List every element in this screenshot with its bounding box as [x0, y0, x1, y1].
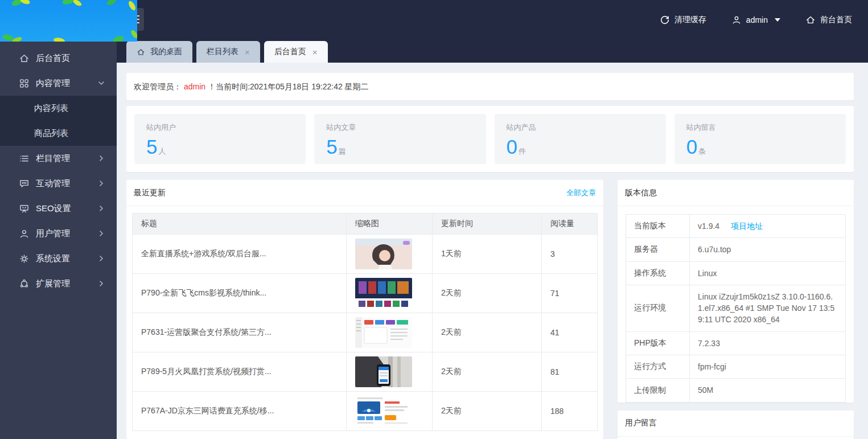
shop-page-thumb — [355, 396, 412, 426]
tab-label: 后台首页 — [274, 47, 306, 57]
portrait-photo-thumb — [355, 239, 412, 269]
stat-card-4: 站内留言0条 — [674, 114, 846, 164]
stat-unit: 人 — [158, 147, 166, 155]
article-title[interactable]: P767A-JD京东三网话费直充系统/移... — [133, 392, 347, 431]
view-count: 41 — [541, 313, 597, 352]
version-row: 运行方式fpm-fcgi — [626, 355, 846, 379]
view-count: 81 — [541, 352, 597, 392]
sidebar-item-label: 内容管理 — [36, 78, 70, 89]
sidebar-subitem-1[interactable]: 内容列表 — [0, 96, 117, 121]
view-count: 71 — [541, 274, 597, 313]
stat-label: 站内用户 — [146, 122, 294, 133]
table-row: P7631-运营版聚合支付系统/第三方...2天前41 — [133, 313, 598, 352]
column-header: 更新时间 — [432, 214, 541, 235]
stat-card-3: 站内产品0件 — [495, 114, 666, 164]
version-row: 当前版本v1.9.4项目地址 — [626, 215, 846, 238]
version-value: 7.2.33 — [698, 339, 720, 348]
recent-updates-table: 标题缩略图更新时间阅读量 全新直播系统+游戏系统/双后台服...1天前3P790… — [132, 213, 598, 431]
user-icon — [19, 228, 30, 239]
movie-site-thumb — [355, 278, 412, 309]
version-value: v1.9.4 — [698, 221, 719, 231]
recent-updates-panel: 最近更新 全部文章 标题缩略图更新时间阅读量 全新直播系统+游戏系统/双后台服.… — [126, 180, 603, 439]
version-row: 操作系统Linux — [626, 261, 846, 285]
close-icon[interactable]: × — [312, 48, 318, 56]
app-logo — [0, 0, 137, 42]
sidebar-item-5[interactable]: SEO设置 — [0, 196, 117, 221]
sidebar-item-8[interactable]: 扩展管理 — [0, 271, 117, 296]
update-time: 2天前 — [432, 313, 541, 352]
table-row: 全新直播系统+游戏系统/双后台服...1天前3 — [133, 235, 598, 274]
article-title[interactable]: P790-全新飞飞cms影视系统/think... — [133, 274, 347, 313]
chevron-down-icon — [775, 18, 780, 22]
article-title[interactable]: 全新直播系统+游戏系统/双后台服... — [133, 235, 347, 274]
sidebar-item-3[interactable]: 栏目管理 — [0, 146, 117, 171]
main-content: 欢迎管理员：admin！当前时间:2021年05月18日 19:22:42 星期… — [117, 63, 868, 439]
front-home-label: 前台首页 — [820, 15, 852, 25]
tab-label: 栏目列表 — [207, 47, 238, 57]
stat-value: 0件 — [507, 136, 654, 158]
stat-card-2: 站内文章5篇 — [314, 114, 486, 164]
sidebar-item-4[interactable]: 互动管理 — [0, 171, 117, 196]
welcome-prefix: 欢迎管理员： — [134, 82, 182, 91]
sidebar-item-label: 互动管理 — [36, 178, 70, 189]
stat-card-1: 站内用户5人 — [134, 114, 306, 164]
tab-2[interactable]: 栏目列表× — [196, 41, 260, 63]
user-messages-title: 用户留言 — [625, 418, 657, 428]
version-value: 6.u7u.top — [698, 245, 731, 254]
sidebar-item-7[interactable]: 系统设置 — [0, 246, 117, 271]
stat-label: 站内留言 — [686, 122, 834, 133]
version-row: 上传限制50M — [626, 379, 846, 402]
stat-unit: 篇 — [339, 147, 346, 155]
admin-user-menu[interactable]: admin — [731, 15, 780, 25]
topbar-actions: 清理缓存 admin 前台首页 — [660, 0, 852, 40]
project-url-link[interactable]: 项目地址 — [731, 221, 763, 231]
sidebar-subitem-2[interactable]: 商品列表 — [0, 121, 117, 146]
phone-photo-thumb — [355, 356, 412, 387]
article-title[interactable]: P7631-运营版聚合支付系统/第三方... — [133, 313, 347, 352]
clear-cache-button[interactable]: 清理缓存 — [660, 15, 706, 25]
sidebar: 后台首页内容管理内容列表商品列表栏目管理互动管理SEO设置用户管理系统设置扩展管… — [0, 0, 117, 439]
view-count: 188 — [541, 392, 597, 431]
chevron-right-icon — [97, 179, 105, 187]
stat-value: 5人 — [146, 136, 294, 158]
sidebar-item-2[interactable]: 内容管理 — [0, 71, 117, 96]
welcome-username: admin — [184, 82, 205, 91]
update-time: 2天前 — [432, 392, 541, 431]
version-label: 服务器 — [626, 238, 690, 261]
welcome-banner: 欢迎管理员：admin！当前时间:2021年05月18日 19:22:42 星期… — [126, 73, 854, 100]
close-icon[interactable]: × — [245, 48, 250, 56]
version-value: Linux — [698, 269, 717, 278]
chevron-right-icon — [97, 204, 105, 212]
stat-value: 0条 — [686, 136, 834, 158]
front-home-button[interactable]: 前台首页 — [805, 15, 852, 25]
chevron-right-icon — [97, 229, 105, 237]
chevron-down-icon — [97, 79, 105, 87]
sidebar-item-label: 系统设置 — [36, 253, 70, 264]
sidebar-item-1[interactable]: 后台首页 — [0, 46, 117, 71]
chat-icon — [19, 178, 30, 189]
version-row: 运行环境Linux iZzujr1m5k0z1sZ 3.10.0-1160.6.… — [626, 285, 846, 331]
stat-label: 站内文章 — [326, 122, 474, 133]
sidebar-item-label: 用户管理 — [36, 228, 70, 239]
update-time: 2天前 — [432, 274, 541, 313]
sidebar-menu: 后台首页内容管理内容列表商品列表栏目管理互动管理SEO设置用户管理系统设置扩展管… — [0, 46, 117, 296]
logo-image — [0, 0, 137, 42]
version-value: 50M — [698, 385, 713, 395]
tab-1[interactable]: 我的桌面 — [126, 41, 192, 63]
version-label: 运行环境 — [626, 285, 690, 331]
all-articles-link[interactable]: 全部文章 — [566, 188, 596, 198]
table-row: P790-全新飞飞cms影视系统/think...2天前71 — [133, 274, 598, 313]
sidebar-item-label: SEO设置 — [36, 203, 71, 214]
version-label: 上传限制 — [626, 379, 690, 402]
version-info-panel: 版本信息 当前版本v1.9.4项目地址服务器6.u7u.top操作系统Linux… — [618, 180, 854, 403]
tab-3[interactable]: 后台首页× — [264, 41, 328, 63]
version-value: Linux iZzujr1m5k0z1sZ 3.10.0-1160.6.1.el… — [698, 292, 834, 325]
version-info-title: 版本信息 — [625, 188, 657, 198]
article-title[interactable]: P789-5月火凤凰打赏系统/视频打赏... — [133, 352, 347, 392]
list-icon — [19, 153, 30, 164]
refresh-icon — [660, 15, 670, 25]
welcome-time: ！当前时间:2021年05月18日 19:22:42 星期二 — [208, 82, 368, 91]
sidebar-item-6[interactable]: 用户管理 — [0, 221, 117, 246]
user-icon — [731, 15, 742, 25]
home-icon — [19, 53, 30, 64]
